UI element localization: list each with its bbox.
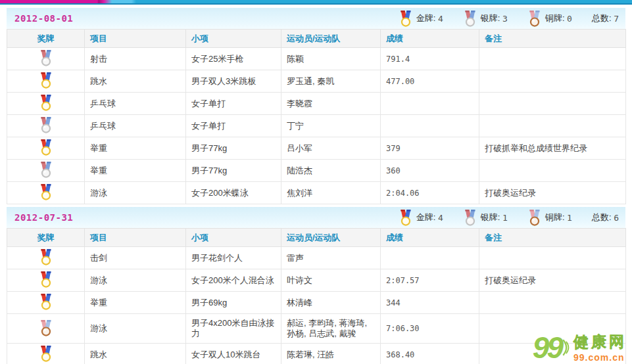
medal-cell [7, 48, 85, 70]
gold-medal-icon [39, 271, 53, 288]
result-cell: 7:06.30 [381, 314, 479, 344]
athletes-cell: 郝运, 李昀琦, 蒋海琦, 孙杨, 吕志武, 戴骏 [281, 314, 381, 344]
stat-bronze: 铜牌1 [527, 210, 572, 226]
result-cell [381, 93, 479, 115]
column-header: 备注 [479, 30, 626, 48]
note-cell [479, 344, 626, 364]
medal-cell [7, 314, 85, 344]
event-cell: 女子双人10米跳台 [186, 344, 281, 364]
stat-value: 6 [614, 213, 619, 223]
result-cell: 791.4 [381, 48, 479, 70]
medal-row: 射击女子25米手枪陈颖791.4 [7, 48, 626, 70]
stat-label: 银牌 [481, 12, 502, 24]
note-cell [479, 292, 626, 314]
medal-row: 跳水女子双人10米跳台陈若琳, 汪皓368.40 [7, 344, 626, 364]
stat-bronze: 铜牌0 [527, 11, 572, 27]
athletes-cell: 雷声 [281, 247, 381, 269]
stat-value: 1 [502, 213, 508, 223]
date-band: 2012-07-31 金牌4银牌1铜牌1总数6 [7, 207, 625, 228]
stat-label: 银牌 [481, 212, 502, 223]
column-header: 备注 [479, 229, 626, 247]
athletes-cell: 陈颖 [281, 48, 381, 70]
result-cell: 344 [381, 292, 479, 314]
gold-medal-icon [39, 95, 53, 111]
medal-days-list: 2012-08-01 金牌4银牌3铜牌0总数7 奖牌项目小项运动员/运动队成绩备… [0, 8, 632, 364]
table-header: 奖牌项目小项运动员/运动队成绩备注 [7, 229, 626, 247]
sport-cell: 乒乓球 [85, 115, 186, 137]
stat-label: 金牌 [416, 212, 438, 223]
medal-row: 举重男子69kg林清峰344 [7, 292, 626, 314]
medal-cell [7, 115, 85, 137]
medal-cell [7, 70, 85, 93]
column-header: 运动员/运动队 [281, 229, 381, 247]
event-cell: 男子花剑个人 [186, 247, 281, 269]
result-cell: 360 [381, 160, 479, 182]
gold-medal-icon [39, 294, 53, 310]
event-cell: 女子单打 [186, 93, 281, 115]
stat-label: 铜牌 [545, 212, 567, 223]
stat-value: 4 [438, 14, 443, 24]
note-cell: 打破抓举和总成绩世界纪录 [479, 137, 626, 160]
gold-medal-icon [39, 184, 53, 200]
medal-row: 跳水男子双人3米跳板罗玉通, 秦凯477.00 [7, 70, 626, 93]
medal-row: 游泳女子200米蝶泳焦刘洋2:04.06打破奥运纪录 [7, 182, 626, 204]
stat-value: 0 [567, 14, 572, 24]
athletes-cell: 丁宁 [281, 115, 381, 137]
athletes-cell: 陈若琳, 汪皓 [281, 344, 381, 364]
athletes-cell: 林清峰 [281, 292, 381, 314]
medal-row: 举重男子77kg吕小军379打破抓举和总成绩世界纪录 [7, 137, 626, 160]
athletes-cell: 焦刘洋 [281, 182, 381, 204]
column-header: 奖牌 [7, 30, 85, 48]
stat-silver: 银牌1 [463, 210, 508, 226]
stat-value: 1 [567, 213, 572, 223]
site-top-banner [0, 0, 632, 5]
event-cell: 女子单打 [186, 115, 281, 137]
silver-medal-icon [39, 117, 53, 133]
note-cell [479, 93, 626, 115]
note-cell: 打破奥运纪录 [479, 269, 626, 292]
result-cell: 2:07.57 [381, 269, 479, 292]
medal-cell [7, 292, 85, 314]
stat-label: 总数 [592, 212, 614, 223]
day-stats: 金牌4银牌1铜牌1总数6 [379, 210, 619, 226]
sport-cell: 游泳 [85, 314, 186, 344]
silver-medal-icon [39, 162, 53, 178]
note-cell [479, 160, 626, 182]
stat-total: 总数6 [592, 212, 619, 223]
athletes-cell: 吕小军 [281, 137, 381, 160]
medal-table: 奖牌项目小项运动员/运动队成绩备注 射击女子25米手枪陈颖791.4跳水男子双人… [7, 29, 626, 204]
event-cell: 男子69kg [186, 292, 281, 314]
stat-label: 金牌 [416, 12, 438, 24]
gold-medal-icon [399, 210, 413, 226]
sport-cell: 跳水 [85, 344, 186, 364]
column-header: 小项 [186, 30, 281, 48]
event-cell: 女子25米手枪 [186, 48, 281, 70]
stat-value: 4 [438, 213, 443, 223]
column-header: 成绩 [381, 229, 479, 247]
column-header: 小项 [186, 229, 281, 247]
result-cell: 477.00 [381, 70, 479, 93]
event-cell: 女子200米蝶泳 [186, 182, 281, 204]
note-cell [479, 115, 626, 137]
sport-cell: 游泳 [85, 182, 186, 204]
note-cell [479, 48, 626, 70]
stat-gold: 金牌4 [399, 210, 443, 226]
athletes-cell: 陆浩杰 [281, 160, 381, 182]
event-cell: 男子双人3米跳板 [186, 70, 281, 93]
event-cell: 男子77kg [186, 160, 281, 182]
medal-row: 游泳女子200米个人混合泳叶诗文2:07.57打破奥运纪录 [7, 269, 626, 292]
medal-cell [7, 93, 85, 115]
sport-cell: 射击 [85, 48, 186, 70]
gold-medal-icon [39, 346, 53, 362]
gold-medal-icon [39, 139, 53, 156]
event-cell: 男子77kg [186, 137, 281, 160]
date-band: 2012-08-01 金牌4银牌3铜牌0总数7 [7, 8, 625, 29]
column-header: 成绩 [381, 30, 479, 48]
medal-row: 举重男子77kg陆浩杰360 [7, 160, 626, 182]
gold-medal-icon [399, 11, 413, 27]
gold-medal-icon [39, 249, 53, 265]
column-header: 项目 [85, 30, 186, 48]
stat-label: 铜牌 [545, 12, 567, 24]
note-cell [479, 314, 626, 344]
day-stats: 金牌4银牌3铜牌0总数7 [379, 11, 619, 27]
